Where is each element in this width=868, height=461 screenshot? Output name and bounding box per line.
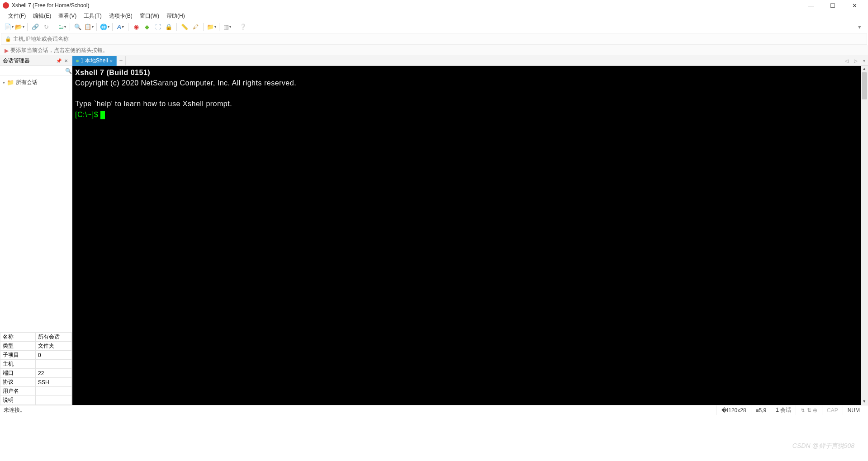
prop-key: 类型 [0, 342, 36, 351]
titlebar: Xshell 7 (Free for Home/School) — ☐ ✕ [0, 0, 868, 11]
table-row: 协议SSH [0, 378, 72, 387]
maximize-button[interactable]: ☐ [822, 2, 844, 9]
sidebar-header: 会话管理器 📌 ✕ [0, 56, 72, 66]
scroll-thumb[interactable] [862, 72, 867, 99]
scroll-up-icon[interactable]: ▲ [861, 66, 868, 72]
status-sessions: 1 会话 [771, 405, 796, 415]
prop-val: 文件夹 [36, 342, 72, 351]
sidebar-close-icon[interactable]: ✕ [63, 58, 69, 63]
hint-bar: ▶ 要添加当前会话，点击左侧的箭头按钮。 [0, 45, 868, 56]
terminal[interactable]: Xshell 7 (Build 0151) Copyright (c) 2020… [72, 66, 868, 405]
prop-val: 22 [36, 369, 72, 378]
tree-root-label: 所有会话 [16, 79, 38, 86]
search-icon[interactable]: 🔍 [73, 22, 83, 32]
properties-table: 名称所有会话 类型文件夹 子项目0 主机 端口22 协议SSH 用户名 说明 [0, 332, 72, 405]
xftp-icon[interactable]: ◉ [131, 22, 141, 32]
status-bar: 未连接。 �І 120x28 ≡ 5,9 1 会话 ↯ ⇅ ⊕ CAP NUM [0, 405, 868, 415]
menu-edit[interactable]: 编辑(E) [29, 11, 55, 21]
toolbar-separator [27, 23, 28, 31]
layout-button[interactable]: ▥ [222, 22, 232, 32]
session-tree: ▾ 📁 所有会话 [0, 76, 72, 332]
sidebar-search: 🔍 [0, 66, 72, 76]
table-row: 类型文件夹 [0, 342, 72, 351]
window-title: Xshell 7 (Free for Home/School) [12, 2, 800, 9]
reconnect-icon[interactable]: ↻ [41, 22, 51, 32]
sidebar-title: 会话管理器 [3, 57, 30, 65]
session-manager-panel: 会话管理器 📌 ✕ 🔍 ▾ 📁 所有会话 名称所有会话 类型文件夹 子项目0 主… [0, 56, 72, 405]
toolbar: 📄 📂 🔗 ↻ 🗂 🔍 📋 🌐 A ◉ ◆ ⛶ 🔒 📏 🖍 📁 ▥ ❔ ▾ [0, 21, 868, 33]
scroll-down-icon[interactable]: ▼ [861, 399, 868, 405]
sidebar-search-input[interactable] [3, 68, 65, 74]
prop-key: 说明 [0, 396, 36, 405]
address-input[interactable] [13, 36, 863, 42]
ruler-icon[interactable]: 📏 [180, 22, 190, 32]
prop-key: 主机 [0, 360, 36, 369]
toolbar-separator [219, 23, 219, 31]
close-button[interactable]: ✕ [844, 2, 865, 9]
terminal-line: Copyright (c) 2020 NetSarang Computer, I… [75, 79, 296, 87]
toolbar-separator [96, 23, 97, 31]
toolbar-separator [176, 23, 177, 31]
prop-val: 0 [36, 351, 72, 360]
toolbar-separator [54, 23, 54, 31]
tab-menu-icon[interactable]: ▾ [860, 58, 868, 63]
tab-local-shell[interactable]: 1 本地Shell × [72, 56, 117, 66]
globe-icon[interactable]: 🌐 [100, 22, 109, 32]
terminal-cursor [100, 111, 105, 119]
xagent-icon[interactable]: ◆ [142, 22, 152, 32]
folder-icon: 📁 [7, 79, 14, 86]
address-bar: 🔒 [1, 33, 867, 45]
tab-prev-icon[interactable]: ◁ [842, 58, 851, 63]
pin-icon[interactable]: 📌 [55, 58, 63, 63]
minimize-button[interactable]: — [800, 2, 822, 9]
terminal-line: Xshell 7 (Build 0151) [75, 69, 150, 76]
fullscreen-icon[interactable]: ⛶ [153, 22, 163, 32]
status-size: �І 120x28 [716, 405, 751, 415]
status-num: NUM [843, 405, 864, 415]
menu-file[interactable]: 文件(F) [5, 11, 29, 21]
lock-icon[interactable]: 🔒 [164, 22, 174, 32]
flag-icon: ▶ [5, 47, 9, 54]
search-small-icon[interactable]: 🔍 [65, 68, 72, 74]
tab-add-button[interactable]: + [117, 56, 126, 66]
toolbar-separator [70, 23, 70, 31]
highlight-icon[interactable]: 🖍 [190, 22, 200, 32]
table-row: 子项目0 [0, 351, 72, 360]
folder-button[interactable]: 📁 [206, 22, 216, 32]
menu-tools[interactable]: 工具(T) [80, 11, 105, 21]
tab-close-icon[interactable]: × [110, 58, 113, 64]
tab-next-icon[interactable]: ▷ [851, 58, 860, 63]
toolbar-separator [128, 23, 128, 31]
tab-label: 1 本地Shell [81, 57, 108, 65]
copy-button[interactable]: 📋 [84, 22, 94, 32]
menu-view[interactable]: 查看(V) [55, 11, 80, 21]
toolbar-separator [112, 23, 113, 31]
font-button[interactable]: A [115, 22, 125, 32]
prop-key: 子项目 [0, 351, 36, 360]
table-row: 主机 [0, 360, 72, 369]
lock-small-icon: 🔒 [5, 36, 11, 42]
terminal-scrollbar[interactable]: ▲ ▼ [861, 66, 868, 405]
menu-window[interactable]: 窗口(W) [136, 11, 163, 21]
link-icon[interactable]: 🔗 [30, 22, 40, 32]
watermark: CSDN @鲜于言悦908 [792, 442, 854, 450]
tree-root-item[interactable]: ▾ 📁 所有会话 [3, 78, 69, 87]
prop-key: 端口 [0, 369, 36, 378]
terminal-prompt: [C:\~]$ [75, 111, 100, 118]
menu-tabs[interactable]: 选项卡(B) [105, 11, 136, 21]
prop-val: 所有会话 [36, 333, 72, 342]
hint-text: 要添加当前会话，点击左侧的箭头按钮。 [10, 47, 108, 54]
new-session-button[interactable]: 📄 [4, 22, 14, 32]
prop-key: 用户名 [0, 387, 36, 396]
menu-help[interactable]: 帮助(H) [163, 11, 189, 21]
tab-status-dot [76, 60, 79, 62]
toolbar-separator [235, 23, 235, 31]
properties-button[interactable]: 🗂 [57, 22, 67, 32]
tree-collapse-icon[interactable]: ▾ [3, 80, 5, 85]
toolbar-overflow[interactable]: ▾ [854, 22, 864, 32]
help-icon[interactable]: ❔ [238, 22, 248, 32]
open-session-button[interactable]: 📂 [14, 22, 24, 32]
work-area: 会话管理器 📌 ✕ 🔍 ▾ 📁 所有会话 名称所有会话 类型文件夹 子项目0 主… [0, 56, 868, 405]
table-row: 用户名 [0, 387, 72, 396]
status-connection: 未连接。 [4, 406, 25, 414]
